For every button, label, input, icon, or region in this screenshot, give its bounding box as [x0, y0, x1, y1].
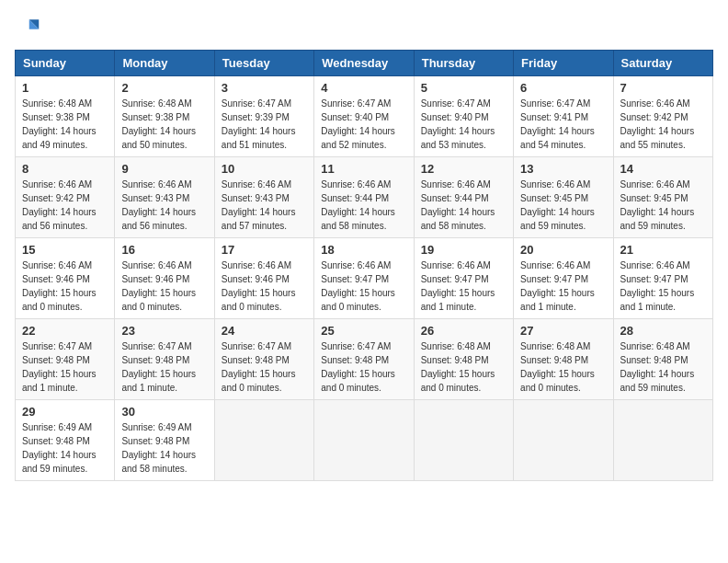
day-number: 30 — [121, 405, 207, 419]
day-header-friday: Friday — [514, 51, 613, 76]
calendar-week-row: 22 Sunrise: 6:47 AM Sunset: 9:48 PM Dayl… — [16, 319, 713, 400]
logo — [15, 15, 44, 40]
calendar-cell — [514, 400, 613, 481]
day-number: 25 — [321, 324, 406, 338]
calendar-cell: 3 Sunrise: 6:47 AM Sunset: 9:39 PM Dayli… — [214, 76, 313, 157]
day-number: 26 — [421, 324, 506, 338]
calendar-cell: 5 Sunrise: 6:47 AM Sunset: 9:40 PM Dayli… — [414, 76, 513, 157]
day-header-sunday: Sunday — [16, 51, 115, 76]
day-number: 11 — [321, 162, 406, 176]
calendar-cell: 11 Sunrise: 6:46 AM Sunset: 9:44 PM Dayl… — [314, 157, 414, 238]
calendar-cell — [214, 400, 313, 481]
day-number: 19 — [421, 243, 506, 257]
calendar-table: SundayMondayTuesdayWednesdayThursdayFrid… — [15, 50, 713, 481]
day-info: Sunrise: 6:46 AM Sunset: 9:45 PM Dayligh… — [620, 178, 706, 233]
day-number: 8 — [22, 162, 108, 176]
day-number: 18 — [321, 243, 406, 257]
day-info: Sunrise: 6:46 AM Sunset: 9:47 PM Dayligh… — [321, 259, 406, 314]
calendar-cell: 10 Sunrise: 6:46 AM Sunset: 9:43 PM Dayl… — [214, 157, 313, 238]
calendar-cell — [613, 400, 712, 481]
calendar-cell: 2 Sunrise: 6:48 AM Sunset: 9:38 PM Dayli… — [115, 76, 214, 157]
day-number: 2 — [121, 81, 207, 95]
day-info: Sunrise: 6:46 AM Sunset: 9:42 PM Dayligh… — [22, 178, 108, 233]
day-number: 23 — [121, 324, 207, 338]
calendar-cell: 26 Sunrise: 6:48 AM Sunset: 9:48 PM Dayl… — [414, 319, 513, 400]
day-number: 7 — [620, 81, 706, 95]
calendar-cell: 6 Sunrise: 6:47 AM Sunset: 9:41 PM Dayli… — [514, 76, 613, 157]
day-header-thursday: Thursday — [414, 51, 513, 76]
day-info: Sunrise: 6:47 AM Sunset: 9:40 PM Dayligh… — [421, 97, 506, 152]
header — [15, 15, 713, 40]
day-info: Sunrise: 6:47 AM Sunset: 9:48 PM Dayligh… — [22, 339, 108, 395]
calendar-cell: 19 Sunrise: 6:46 AM Sunset: 9:47 PM Dayl… — [414, 238, 513, 319]
calendar-cell: 16 Sunrise: 6:46 AM Sunset: 9:46 PM Dayl… — [115, 238, 214, 319]
day-number: 17 — [222, 243, 307, 257]
calendar-cell: 13 Sunrise: 6:46 AM Sunset: 9:45 PM Dayl… — [514, 157, 613, 238]
day-number: 24 — [222, 324, 307, 338]
calendar-week-row: 8 Sunrise: 6:46 AM Sunset: 9:42 PM Dayli… — [16, 157, 713, 238]
day-info: Sunrise: 6:47 AM Sunset: 9:48 PM Dayligh… — [121, 339, 207, 395]
calendar-cell: 4 Sunrise: 6:47 AM Sunset: 9:40 PM Dayli… — [314, 76, 414, 157]
calendar-cell: 30 Sunrise: 6:49 AM Sunset: 9:48 PM Dayl… — [115, 400, 214, 481]
calendar-cell: 20 Sunrise: 6:46 AM Sunset: 9:47 PM Dayl… — [514, 238, 613, 319]
calendar-cell: 18 Sunrise: 6:46 AM Sunset: 9:47 PM Dayl… — [314, 238, 414, 319]
calendar-cell: 29 Sunrise: 6:49 AM Sunset: 9:48 PM Dayl… — [16, 400, 115, 481]
day-info: Sunrise: 6:47 AM Sunset: 9:48 PM Dayligh… — [321, 339, 406, 395]
day-number: 3 — [222, 81, 307, 95]
calendar-cell: 28 Sunrise: 6:48 AM Sunset: 9:48 PM Dayl… — [613, 319, 712, 400]
calendar-header-row: SundayMondayTuesdayWednesdayThursdayFrid… — [16, 51, 713, 76]
day-info: Sunrise: 6:47 AM Sunset: 9:40 PM Dayligh… — [321, 97, 406, 152]
day-number: 28 — [620, 324, 706, 338]
day-info: Sunrise: 6:46 AM Sunset: 9:46 PM Dayligh… — [121, 259, 207, 314]
day-info: Sunrise: 6:46 AM Sunset: 9:42 PM Dayligh… — [620, 97, 706, 152]
day-info: Sunrise: 6:48 AM Sunset: 9:48 PM Dayligh… — [620, 339, 706, 395]
day-number: 5 — [421, 81, 506, 95]
day-info: Sunrise: 6:46 AM Sunset: 9:43 PM Dayligh… — [222, 178, 307, 233]
day-number: 21 — [620, 243, 706, 257]
calendar-cell: 9 Sunrise: 6:46 AM Sunset: 9:43 PM Dayli… — [115, 157, 214, 238]
day-header-monday: Monday — [115, 51, 214, 76]
calendar-cell: 27 Sunrise: 6:48 AM Sunset: 9:48 PM Dayl… — [514, 319, 613, 400]
day-number: 20 — [520, 243, 606, 257]
day-info: Sunrise: 6:49 AM Sunset: 9:48 PM Dayligh… — [22, 420, 108, 476]
calendar-week-row: 15 Sunrise: 6:46 AM Sunset: 9:46 PM Dayl… — [16, 238, 713, 319]
day-number: 6 — [520, 81, 606, 95]
day-number: 13 — [520, 162, 606, 176]
day-info: Sunrise: 6:48 AM Sunset: 9:38 PM Dayligh… — [121, 97, 207, 152]
day-number: 10 — [222, 162, 307, 176]
calendar-cell: 7 Sunrise: 6:46 AM Sunset: 9:42 PM Dayli… — [613, 76, 712, 157]
day-info: Sunrise: 6:47 AM Sunset: 9:39 PM Dayligh… — [222, 97, 307, 152]
day-info: Sunrise: 6:46 AM Sunset: 9:46 PM Dayligh… — [222, 259, 307, 314]
day-info: Sunrise: 6:48 AM Sunset: 9:48 PM Dayligh… — [520, 339, 606, 395]
day-header-wednesday: Wednesday — [314, 51, 414, 76]
day-number: 22 — [22, 324, 108, 338]
logo-icon — [15, 15, 40, 40]
day-info: Sunrise: 6:47 AM Sunset: 9:41 PM Dayligh… — [520, 97, 606, 152]
day-number: 14 — [620, 162, 706, 176]
calendar-cell: 15 Sunrise: 6:46 AM Sunset: 9:46 PM Dayl… — [16, 238, 115, 319]
day-info: Sunrise: 6:46 AM Sunset: 9:47 PM Dayligh… — [620, 259, 706, 314]
day-number: 27 — [520, 324, 606, 338]
day-header-tuesday: Tuesday — [214, 51, 313, 76]
day-info: Sunrise: 6:46 AM Sunset: 9:44 PM Dayligh… — [421, 178, 506, 233]
day-info: Sunrise: 6:48 AM Sunset: 9:38 PM Dayligh… — [22, 97, 108, 152]
calendar-week-row: 1 Sunrise: 6:48 AM Sunset: 9:38 PM Dayli… — [16, 76, 713, 157]
calendar-cell: 21 Sunrise: 6:46 AM Sunset: 9:47 PM Dayl… — [613, 238, 712, 319]
day-info: Sunrise: 6:48 AM Sunset: 9:48 PM Dayligh… — [421, 339, 506, 395]
day-info: Sunrise: 6:46 AM Sunset: 9:47 PM Dayligh… — [520, 259, 606, 314]
day-number: 9 — [121, 162, 207, 176]
day-number: 4 — [321, 81, 406, 95]
day-info: Sunrise: 6:46 AM Sunset: 9:46 PM Dayligh… — [22, 259, 108, 314]
day-info: Sunrise: 6:46 AM Sunset: 9:47 PM Dayligh… — [421, 259, 506, 314]
day-info: Sunrise: 6:46 AM Sunset: 9:43 PM Dayligh… — [121, 178, 207, 233]
day-number: 12 — [421, 162, 506, 176]
day-info: Sunrise: 6:46 AM Sunset: 9:45 PM Dayligh… — [520, 178, 606, 233]
calendar-cell: 1 Sunrise: 6:48 AM Sunset: 9:38 PM Dayli… — [16, 76, 115, 157]
calendar-cell: 25 Sunrise: 6:47 AM Sunset: 9:48 PM Dayl… — [314, 319, 414, 400]
day-header-saturday: Saturday — [613, 51, 712, 76]
day-info: Sunrise: 6:49 AM Sunset: 9:48 PM Dayligh… — [121, 420, 207, 476]
calendar-cell: 22 Sunrise: 6:47 AM Sunset: 9:48 PM Dayl… — [16, 319, 115, 400]
calendar-cell: 17 Sunrise: 6:46 AM Sunset: 9:46 PM Dayl… — [214, 238, 313, 319]
calendar-cell: 23 Sunrise: 6:47 AM Sunset: 9:48 PM Dayl… — [115, 319, 214, 400]
day-number: 1 — [22, 81, 108, 95]
